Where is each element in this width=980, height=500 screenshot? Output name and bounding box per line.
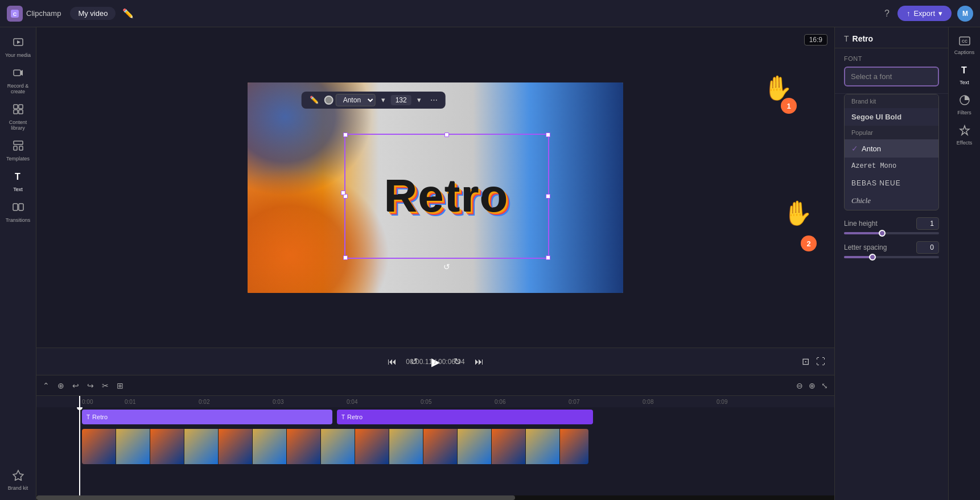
font-select-toolbar[interactable]: Anton <box>336 94 376 106</box>
rename-button[interactable]: ✏️ <box>120 6 136 21</box>
letter-spacing-thumb[interactable] <box>869 254 876 261</box>
rotate-handle[interactable]: ↺ <box>443 262 450 271</box>
handle-top-right[interactable] <box>546 133 550 137</box>
svg-rect-8 <box>14 110 18 114</box>
font-name-chicle: Chicle <box>851 196 871 205</box>
clipchamp-logo-icon: C <box>7 6 23 22</box>
font-option-azeret-mono[interactable]: Azeret Mono <box>845 158 938 175</box>
cut-button[interactable]: ✂ <box>100 379 110 392</box>
sidebar-item-record-create[interactable]: Record &create <box>2 63 35 99</box>
font-section: Font Select a font <box>835 48 948 94</box>
help-button[interactable]: ? <box>882 6 892 21</box>
sidebar-item-transitions[interactable]: Transitions <box>2 197 35 228</box>
svg-rect-11 <box>14 146 17 150</box>
undo-button[interactable]: ↩ <box>71 379 81 392</box>
timeline-scrollbar[interactable] <box>36 495 834 500</box>
line-height-label: Line height <box>844 220 878 228</box>
sidebar-label-transitions: Transitions <box>6 217 31 223</box>
sidebar-item-your-media[interactable]: Your media <box>2 32 35 63</box>
app-logo: C Clipchamp <box>7 6 61 22</box>
zoom-out-button[interactable]: ⊖ <box>794 379 805 392</box>
main-area: Your media Record &create Contentlibrary… <box>0 27 980 500</box>
font-dropdown: Brand kit Segoe UI Bold Popular ✓ Anton … <box>844 94 939 210</box>
sidebar-item-content-library[interactable]: Contentlibrary <box>2 99 35 135</box>
handle-bottom-left[interactable] <box>343 255 348 260</box>
svg-text:CC: CC <box>962 39 967 43</box>
far-sidebar-item-effects[interactable]: Effects <box>950 120 979 150</box>
sidebar-item-text[interactable]: T Text <box>2 166 35 197</box>
export-chevron: ▾ <box>938 9 942 18</box>
font-option-bebas-neue[interactable]: BEBAS NEUE <box>845 175 938 192</box>
svg-text:T: T <box>961 65 967 75</box>
filters-icon <box>959 94 970 108</box>
text-clip-2-icon: T <box>341 414 345 420</box>
handle-left-mid[interactable] <box>341 191 345 195</box>
font-chevron-toolbar[interactable]: ▾ <box>378 94 389 105</box>
font-name-bebas-neue: BEBAS NEUE <box>851 179 901 187</box>
zoom-fit-timeline-button[interactable]: ⤡ <box>820 379 830 392</box>
far-sidebar-item-text[interactable]: T Text <box>950 60 979 90</box>
add-media-button[interactable]: ⊞ <box>115 379 125 392</box>
redo-button[interactable]: ↪ <box>85 379 96 392</box>
zoom-in-button[interactable]: ⊕ <box>807 379 817 392</box>
text-clip-1-label: Retro <box>92 414 108 420</box>
text-clip-1-icon: T <box>87 414 90 420</box>
export-button[interactable]: ↑ Export ▾ <box>897 6 952 21</box>
ruler-003: 0:03 <box>273 399 283 405</box>
effects-icon <box>959 125 970 138</box>
letter-spacing-value[interactable]: 0 <box>916 241 939 254</box>
line-height-value[interactable]: 1 <box>916 217 939 230</box>
video-thumb-6 <box>253 429 287 464</box>
ruler-008: 0:08 <box>643 399 653 405</box>
ruler-009: 0:09 <box>717 399 727 405</box>
sidebar-item-templates[interactable]: Templates <box>2 135 35 166</box>
skip-to-start-button[interactable]: ⏮ <box>385 354 399 369</box>
timeline-collapse-button[interactable]: ⌃ <box>41 379 51 392</box>
handle-bottom-right[interactable] <box>546 255 550 260</box>
text-clip-1[interactable]: T Retro <box>82 410 332 424</box>
sidebar-item-brand-kit[interactable]: Brand kit <box>2 465 35 495</box>
video-track[interactable] <box>82 429 588 464</box>
font-option-segoe-ui-bold[interactable]: Segoe UI Bold <box>845 108 938 126</box>
handle-top-left[interactable] <box>343 133 348 137</box>
zoom-controls: ⊖ ⊕ ⤡ <box>794 379 830 392</box>
preview-area: 16:9 ✏️ Anton ▾ 132 ▾ <box>36 27 834 348</box>
handle-top-middle[interactable] <box>444 133 449 137</box>
font-size-chevron-toolbar[interactable]: ▾ <box>414 94 425 105</box>
text-edit-button[interactable]: ✏️ <box>306 94 322 105</box>
anton-check-icon: ✓ <box>851 144 858 153</box>
video-tab[interactable]: My video <box>70 7 116 20</box>
zoom-fit-button[interactable]: ⊡ <box>800 354 812 369</box>
text-clip-2[interactable]: T Retro <box>337 410 593 424</box>
ruler-002: 0:02 <box>199 399 209 405</box>
font-name-segoe: Segoe UI Bold <box>851 113 901 121</box>
far-sidebar-item-captions[interactable]: CC Captions <box>950 32 979 60</box>
handle-middle-right[interactable] <box>546 194 550 199</box>
right-panel-text-icon: T <box>844 34 849 43</box>
letter-spacing-section: Letter spacing 0 <box>844 241 939 258</box>
video-thumb-rest <box>560 429 588 464</box>
line-height-thumb[interactable] <box>879 230 886 237</box>
magnet-button[interactable]: ⊕ <box>56 379 66 392</box>
letter-spacing-slider[interactable] <box>844 256 939 258</box>
font-option-anton[interactable]: ✓ Anton <box>845 139 938 158</box>
sidebar-label-text: Text <box>13 187 23 192</box>
line-height-section: Line height 1 <box>844 217 939 234</box>
retro-text-container: Retro <box>345 135 548 258</box>
far-sidebar-item-filters[interactable]: Filters <box>950 90 979 120</box>
fullscreen-button[interactable]: ⛶ <box>814 354 827 369</box>
content-library-icon <box>13 104 24 118</box>
video-thumb-7 <box>287 429 321 464</box>
skip-to-end-button[interactable]: ⏭ <box>472 354 486 369</box>
export-icon: ↑ <box>907 9 911 18</box>
letter-spacing-fill <box>844 256 872 258</box>
line-height-slider[interactable] <box>844 232 939 234</box>
more-options-button[interactable]: ⋯ <box>427 94 441 105</box>
far-text-icon: T <box>959 64 970 78</box>
center-area: 16:9 ✏️ Anton ▾ 132 ▾ <box>36 27 834 500</box>
video-thumb-3 <box>150 429 184 464</box>
timeline-scrollbar-thumb[interactable] <box>36 495 515 500</box>
font-option-chicle[interactable]: Chicle <box>845 192 938 210</box>
text-color-button[interactable] <box>324 96 333 105</box>
font-select-box[interactable]: Select a font <box>844 67 939 86</box>
